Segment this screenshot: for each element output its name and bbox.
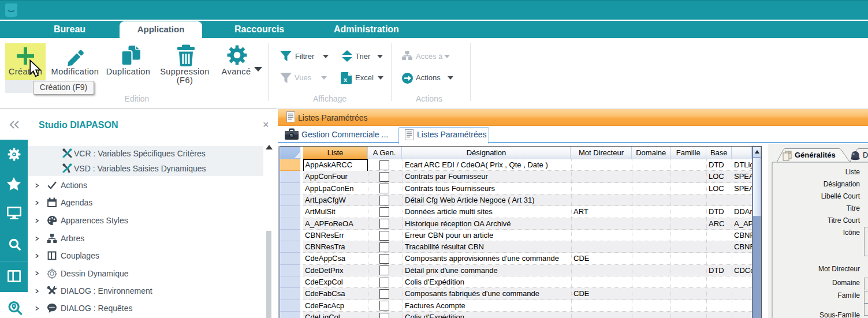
svg-text:x: x — [344, 76, 348, 83]
